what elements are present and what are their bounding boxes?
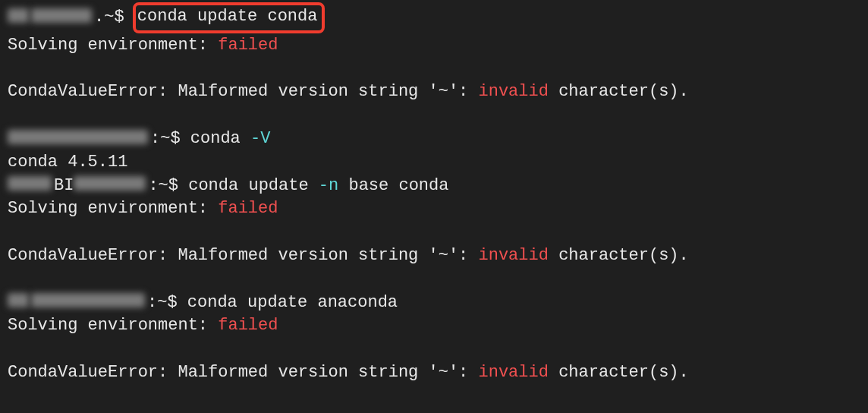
error-text: failed (218, 36, 278, 55)
option-flag: -n (319, 176, 338, 195)
terminal-line (8, 268, 860, 292)
error-text: failed (218, 199, 278, 218)
terminal-line: CondaValueError: Malformed version strin… (8, 80, 860, 104)
terminal-text: BI (54, 176, 74, 195)
terminal-text: character(s). (549, 246, 689, 265)
terminal-line: CondaValueError: Malformed version strin… (8, 361, 860, 385)
terminal-output: .~$ conda update condaSolving environmen… (0, 0, 868, 393)
terminal-line (8, 104, 860, 128)
error-text: invalid (479, 246, 549, 265)
terminal-text: CondaValueError: Malformed version strin… (8, 82, 479, 101)
terminal-text: base conda (338, 176, 448, 195)
terminal-line: conda 4.5.11 (8, 151, 860, 175)
highlighted-command: conda update conda (133, 2, 326, 33)
terminal-text: character(s). (549, 363, 689, 382)
terminal-line: Solving environment: failed (8, 34, 860, 58)
option-flag: -V (250, 129, 270, 148)
terminal-line: :~$ conda -V (8, 128, 860, 151)
redacted-text (8, 8, 29, 23)
redacted-text (8, 176, 52, 191)
terminal-line: Solving environment: failed (8, 197, 860, 221)
terminal-line: CondaValueError: Malformed version strin… (8, 244, 860, 268)
terminal-text: :~$ conda update (148, 176, 318, 195)
terminal-text: CondaValueError: Malformed version strin… (8, 246, 479, 265)
redacted-text (74, 176, 146, 191)
redacted-text (31, 293, 145, 307)
terminal-line (8, 58, 860, 81)
redacted-text (8, 293, 29, 307)
terminal-text: CondaValueError: Malformed version strin… (8, 363, 479, 382)
terminal-line: :~$ conda update anaconda (8, 292, 860, 315)
error-text: invalid (479, 363, 549, 382)
terminal-text: Solving environment: (8, 199, 218, 218)
error-text: invalid (479, 82, 549, 101)
redacted-text (31, 8, 92, 23)
redacted-text (8, 130, 148, 144)
terminal-line (8, 338, 860, 361)
terminal-line: .~$ conda update conda (8, 3, 860, 34)
terminal-text: character(s). (549, 82, 689, 101)
error-text: failed (218, 316, 278, 335)
terminal-text: :~$ conda update anaconda (147, 293, 398, 312)
terminal-text: Solving environment: (8, 36, 218, 55)
terminal-text: :~$ conda (150, 129, 250, 148)
terminal-text: conda 4.5.11 (8, 153, 127, 172)
terminal-text: Solving environment: (8, 316, 218, 335)
terminal-text: conda update conda (137, 7, 318, 26)
terminal-text: .~$ (94, 8, 134, 27)
terminal-line (8, 221, 860, 244)
terminal-line: BI:~$ conda update -n base conda (8, 175, 860, 198)
terminal-line: Solving environment: failed (8, 314, 860, 338)
